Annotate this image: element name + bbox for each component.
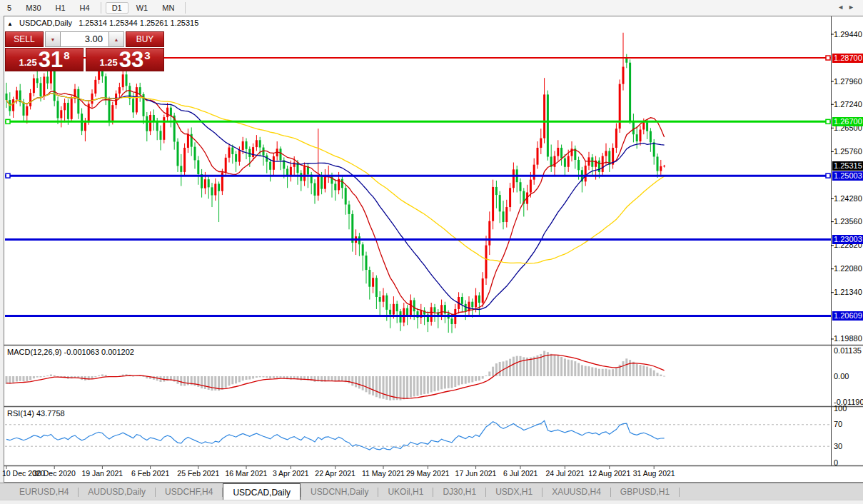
candle-body — [499, 195, 501, 211]
macd-histogram-bar — [533, 357, 535, 376]
macd-histogram-bar — [246, 376, 248, 380]
volume-increase-button[interactable]: ▲ — [108, 31, 124, 47]
candle-body — [434, 307, 436, 312]
candle-body — [385, 296, 388, 310]
candle-body — [43, 76, 45, 96]
candle-body — [29, 93, 31, 106]
macd-histogram-bar — [468, 376, 470, 383]
line-price-label: 1.28700 — [832, 54, 863, 63]
chart-canvas[interactable] — [0, 0, 863, 504]
chart-tab-bar: EURUSD,H4AUDUSD,DailyUSDCHF,H4USDCAD,Dai… — [0, 483, 863, 500]
candle-body — [33, 79, 35, 94]
macd-histogram-bar — [485, 376, 488, 376]
moving-average-line — [6, 94, 665, 263]
candle-body — [132, 99, 134, 112]
candle-body — [77, 89, 79, 114]
chart-tab-xauusd[interactable]: XAUUSD,H4 — [542, 483, 610, 500]
date-axis-label: 19 Jan 2021 — [81, 469, 123, 478]
candle-body — [605, 151, 607, 156]
price-axis-tick: 1.22080 — [834, 264, 863, 273]
candle-body — [208, 179, 210, 187]
macd-histogram-bar — [221, 376, 223, 390]
macd-histogram-bar — [383, 376, 385, 399]
candle-body — [365, 256, 368, 270]
candle-body — [122, 74, 124, 87]
macd-histogram-bar — [413, 376, 415, 396]
sell-button[interactable]: SELL — [5, 31, 44, 47]
candle-body — [256, 140, 258, 147]
macd-histogram-bar — [629, 360, 631, 376]
candle-body — [513, 169, 515, 188]
macd-histogram-bar — [54, 376, 56, 376]
macd-histogram-bar — [444, 376, 446, 388]
macd-histogram-bar — [516, 356, 518, 376]
macd-histogram-bar — [650, 368, 652, 376]
line-handle-right[interactable] — [826, 119, 830, 124]
candle-body — [98, 70, 100, 80]
line-handle-left[interactable] — [6, 119, 10, 124]
candle-body — [293, 163, 296, 167]
chart-tab-ukoil[interactable]: UKOil,H1 — [378, 483, 433, 500]
chart-tab-usdcnh[interactable]: USDCNH,Daily — [301, 483, 378, 500]
candle-body — [246, 141, 248, 149]
buy-button[interactable]: BUY — [126, 31, 164, 47]
volume-input[interactable]: 3.00 — [61, 31, 108, 47]
macd-axis-tick: 0.00 — [834, 372, 863, 381]
candle-body — [430, 307, 433, 322]
sell-price-big: 31 — [39, 49, 63, 70]
chart-tab-usdx[interactable]: USDX,H1 — [486, 483, 542, 500]
macd-histogram-bar — [259, 376, 261, 377]
macd-histogram-bar — [581, 365, 583, 376]
sell-price-button[interactable]: 1.25 31 8 — [5, 48, 84, 71]
candle-body — [537, 148, 539, 165]
candle-body — [488, 221, 490, 246]
macd-histogram-bar — [201, 376, 203, 388]
candle-body — [505, 207, 508, 222]
buy-price-button[interactable]: 1.25 33 3 — [86, 48, 164, 71]
candle-body — [126, 74, 128, 86]
chart-tab-usdcad[interactable]: USDCAD,Daily — [223, 483, 301, 500]
macd-histogram-bar — [615, 368, 617, 376]
candle-body — [118, 87, 121, 94]
buy-price-small: 1.25 — [99, 57, 117, 68]
line-handle-right[interactable] — [826, 56, 830, 60]
collapse-panel-icon[interactable]: ▲ — [7, 21, 13, 27]
volume-decrease-button[interactable]: ▼ — [45, 31, 61, 47]
tab-scroll-left-icon[interactable]: ◄ — [837, 4, 848, 11]
tab-scroll-right-icon[interactable]: ► — [848, 4, 859, 11]
line-handle-right[interactable] — [826, 173, 830, 178]
chart-tab-audusd[interactable]: AUDUSD,Daily — [79, 483, 155, 500]
macd-histogram-bar — [173, 376, 176, 382]
macd-histogram-bar — [208, 376, 210, 390]
macd-indicator-label: MACD(12,26,9) -0.001063 0.001202 — [7, 348, 134, 356]
candle-body — [383, 296, 385, 302]
candle-body — [280, 148, 282, 160]
macd-histogram-bar — [608, 370, 610, 376]
line-handle-left[interactable] — [6, 173, 10, 178]
price-axis-tick: 1.19880 — [834, 334, 863, 343]
candle-body — [413, 300, 415, 311]
date-axis-label: 11 May 2021 — [362, 469, 405, 478]
macd-histogram-bar — [235, 376, 237, 383]
candle-body — [567, 156, 570, 167]
chart-tab-dj30[interactable]: DJ30,H1 — [433, 483, 485, 500]
macd-histogram-bar — [9, 376, 11, 384]
macd-histogram-bar — [625, 358, 627, 376]
macd-histogram-bar — [355, 376, 357, 387]
macd-histogram-bar — [180, 376, 182, 385]
macd-histogram-bar — [358, 376, 360, 388]
macd-histogram-bar — [314, 376, 316, 382]
macd-histogram-bar — [365, 376, 368, 392]
macd-histogram-bar — [605, 369, 607, 376]
candle-body — [111, 105, 113, 121]
chart-tab-eurusd[interactable]: EURUSD,H4 — [10, 483, 78, 500]
chart-tab-gbpusd[interactable]: GBPUSD,H1 — [611, 483, 679, 500]
candle-body — [115, 94, 117, 105]
candle-body — [591, 157, 593, 166]
macd-histogram-bar — [94, 376, 96, 377]
candle-body — [235, 154, 237, 162]
macd-histogram-bar — [101, 374, 104, 376]
chart-tab-usdchf[interactable]: USDCHF,H4 — [156, 483, 222, 500]
date-axis-label: 24 Jul 2021 — [545, 469, 584, 478]
candle-body — [300, 173, 302, 181]
